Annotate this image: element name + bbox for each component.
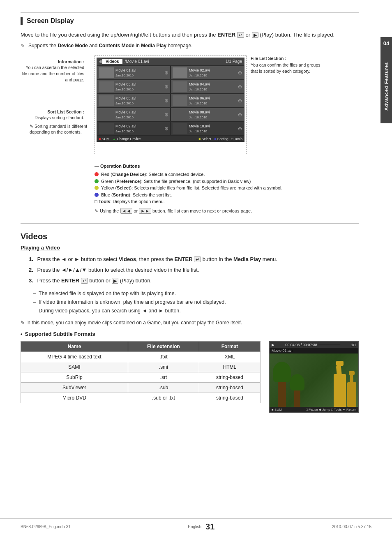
row4-name: SubViewer xyxy=(21,382,128,393)
file-info-9: Movie 09.avi Jan.10.2010 xyxy=(115,124,136,134)
step-2: 2. Press the ◄/►/▲/▼ button to select th… xyxy=(29,266,359,275)
col-extension: File extension xyxy=(128,341,199,351)
row4-format: string-based xyxy=(199,382,260,393)
note-icon-sort: ✎ xyxy=(30,124,33,129)
video-preview-bottom: ■ SUM □ Pause ◆ Jump □ Tools ↩ Return xyxy=(270,407,358,412)
blue-btn-icon xyxy=(95,193,99,197)
footer-right: 2010-03-07 □ 5:37:15 xyxy=(332,525,371,529)
red-btn-icon xyxy=(95,172,99,176)
sub-bullet-3: During video playback, you can search us… xyxy=(33,307,359,315)
file-thumb-1 xyxy=(99,67,114,78)
screen-page: 1/1 Page xyxy=(226,59,242,64)
row2-name: SAMI xyxy=(21,362,128,372)
note-text-1: Supports the Device Mode and Contents Mo… xyxy=(28,43,193,49)
preview-play-icon: ▶ xyxy=(272,343,274,347)
file-info-1: Movie 01.avi Jan.10.2010 xyxy=(115,68,136,78)
section-divider xyxy=(21,223,359,224)
step-3-num: 3. xyxy=(29,277,33,284)
file-thumb-10 xyxy=(173,123,187,134)
op-red-text: Red (Change Device): Selects a connected… xyxy=(101,171,205,178)
row2-format: HTML xyxy=(199,362,260,372)
screen-display-section: Screen Display xyxy=(21,12,359,25)
file-icon-2: ⊕ xyxy=(238,70,242,76)
row5-ext: .sub or .txt xyxy=(128,393,199,403)
file-thumb-8 xyxy=(173,109,187,120)
giraffe-area xyxy=(270,354,358,407)
file-info-5: Movie 05.avi Jan.10.2010 xyxy=(115,96,136,106)
numbered-list: 1. Press the ◄ or ► button to select Vid… xyxy=(29,255,359,285)
file-info-8: Movie 08.avi Jan.10.2010 xyxy=(189,110,210,120)
file-info-3: Movie 03.avi Jan.10.2010 xyxy=(115,82,136,92)
screen-file-grid: Movie 01.avi Jan.10.2010 ⊕ Movie 02.avi … xyxy=(97,65,244,136)
file-info-10: Movie 10.avi Jan.10.2010 xyxy=(189,124,210,134)
page-footer: BN68-02689A_Eng.indb 31 English 31 2010-… xyxy=(0,518,392,535)
giraffe2-neck xyxy=(350,374,354,390)
step-2-num: 2. xyxy=(29,267,33,273)
row3-format: string-based xyxy=(199,372,260,382)
bottom-bar-right: ■ Select ■ Sorting □ Tools xyxy=(198,137,242,141)
sort-note-text: Sorting standard is different depending … xyxy=(30,124,87,135)
screen-display-title: Screen Display xyxy=(27,17,74,25)
videos-section: Videos Playing a Video 1. Press the ◄ or… xyxy=(21,232,359,413)
subtitle-table: Name File extension Format MPEG-4 time-b… xyxy=(21,341,261,403)
footer-center: English 31 xyxy=(188,522,214,531)
main-content: Screen Display Move to the file you desi… xyxy=(0,0,392,425)
table-header-row: Name File extension Format xyxy=(21,341,261,351)
tree-foliage xyxy=(273,362,291,382)
diagram-right-labels: File List Section : You can confirm the … xyxy=(247,55,321,154)
tree-trunk xyxy=(278,378,286,407)
file-item-10: Movie 10.avi Jan.10.2010 ⊕ xyxy=(171,122,244,135)
row5-name: Micro DVD xyxy=(21,393,128,403)
sub-bullet-1: The selected file is displayed on the to… xyxy=(33,289,359,298)
op-item-yellow: Yellow (Select): Selects multiple files … xyxy=(95,185,359,192)
preview-page: 1/1 xyxy=(351,343,356,347)
playing-video-subtitle: Playing a Video xyxy=(21,245,359,251)
operation-section: — Operation Buttons Red (Change Device):… xyxy=(95,162,359,215)
bullet-dot: • xyxy=(21,331,23,337)
file-icon-10: ⊕ xyxy=(238,126,242,132)
page-number: 31 xyxy=(205,522,214,531)
op-yellow-text: Yellow (Select): Selects multiple files … xyxy=(101,185,283,192)
subtitle-formats-label: Supported Subtitle Formats xyxy=(25,331,95,337)
screen-top-bar: ⊕ Videos /Movie 01.avi 1/1 Page xyxy=(97,58,244,65)
title-bar-decoration xyxy=(21,17,23,25)
file-thumb-7 xyxy=(99,109,114,120)
chapter-tab: Advanced Features xyxy=(380,49,392,123)
file-item-1: Movie 01.avi Jan.10.2010 ⊕ xyxy=(97,66,170,79)
file-item-3: Movie 03.avi Jan.10.2010 ⊕ xyxy=(97,80,170,93)
file-list-label: File List Section : You can confirm the … xyxy=(251,55,321,75)
video-preview-col: ▶ 00:04:03 / 00:07:38 —————— 1/1 Movie 0… xyxy=(269,341,359,413)
two-col-layout: Name File extension Format MPEG-4 time-b… xyxy=(21,341,359,413)
sort-desc: Displays sorting standard. xyxy=(35,115,84,120)
table-row: SubViewer .sub string-based xyxy=(21,382,261,393)
preview-filename: Movie 01.avi xyxy=(270,348,358,354)
row2-ext: .smi xyxy=(128,362,199,372)
bottom-bar-left: ■ SUM ▲ Change Device xyxy=(99,137,141,141)
file-thumb-3 xyxy=(99,81,114,92)
sort-note: ✎ Sorting standard is different dependin… xyxy=(30,123,89,135)
preview-time: 00:04:03 / 00:07:38 —————— xyxy=(285,343,340,347)
file-icon-5: ⊕ xyxy=(164,98,168,104)
table-col: Name File extension Format MPEG-4 time-b… xyxy=(21,341,261,410)
file-icon-7: ⊕ xyxy=(164,112,168,118)
note-icon-paginate: ✎ xyxy=(95,207,98,215)
row3-name: SubRip xyxy=(21,372,128,382)
table-row: SAMI .smi HTML xyxy=(21,362,261,372)
preview-bottom-right: □ Pause ◆ Jump □ Tools ↩ Return xyxy=(306,408,356,411)
op-green-text: Green (Preference): Sets the file prefer… xyxy=(101,178,251,185)
video-preview-top: ▶ 00:04:03 / 00:07:38 —————— 1/1 xyxy=(270,342,358,348)
op-item-red: Red (Change Device): Selects a connected… xyxy=(95,171,359,178)
file-item-6: Movie 06.avi Jan.10.2010 ⊕ xyxy=(171,94,244,107)
step-1: 1. Press the ◄ or ► button to select Vid… xyxy=(29,255,359,264)
note-icon-game: ✎ xyxy=(21,319,25,327)
file-icon-3: ⊕ xyxy=(164,84,168,90)
video-preview-box: ▶ 00:04:03 / 00:07:38 —————— 1/1 Movie 0… xyxy=(269,341,359,413)
op-item-tools: □ Tools: Displays the option menu. xyxy=(95,198,359,205)
file-info-2: Movie 02.avi Jan.10.2010 xyxy=(189,68,210,78)
file-list-desc: You can confirm the files and groups tha… xyxy=(251,62,320,74)
videos-title: Videos xyxy=(21,232,359,241)
op-item-green: Green (Preference): Sets the file prefer… xyxy=(95,178,359,185)
note-paginate: ✎ Using the ◄◄ or ►► button, file list c… xyxy=(95,207,359,215)
row4-ext: .sub xyxy=(128,382,199,393)
row3-ext: .srt xyxy=(128,372,199,382)
